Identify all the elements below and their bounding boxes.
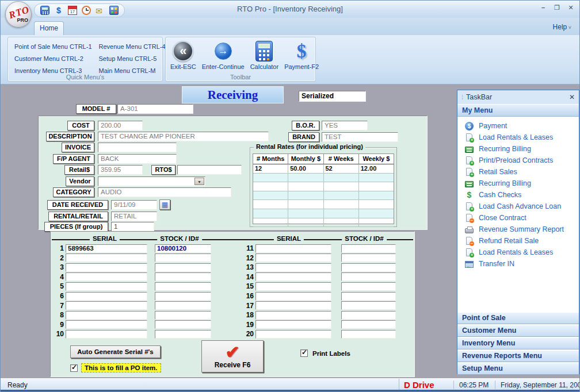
serial-input[interactable]: 5899663	[66, 244, 147, 253]
close-icon[interactable]	[567, 4, 575, 11]
weeks-cell[interactable]	[324, 209, 359, 218]
menu-item[interactable]: Refund Retail Sale	[457, 235, 579, 247]
stock-id-input[interactable]	[341, 272, 396, 281]
weekly-cell[interactable]	[359, 191, 394, 201]
mail-icon[interactable]	[96, 6, 105, 15]
quick-menu-item[interactable]: Setup Menu CTRL-5	[96, 55, 169, 62]
section-header[interactable]: Point of Sale	[457, 312, 579, 324]
stock-id-input[interactable]	[155, 253, 211, 262]
rto-pro-logo[interactable]: RTO PRO	[5, 1, 32, 28]
clock-icon[interactable]	[82, 6, 91, 15]
serial-input[interactable]	[255, 301, 331, 310]
calendar-icon[interactable]	[159, 199, 170, 210]
drag-grip-icon[interactable]: ⁞	[461, 94, 463, 101]
stock-id-input[interactable]	[155, 301, 211, 310]
stock-id-input[interactable]: 10800120	[155, 244, 211, 253]
weekly-cell[interactable]	[359, 200, 394, 209]
stock-id-input[interactable]	[155, 272, 211, 281]
stock-id-input[interactable]	[155, 311, 211, 320]
weekly-cell[interactable]	[359, 209, 394, 218]
serial-input[interactable]	[255, 282, 331, 291]
weekly-cell[interactable]	[359, 182, 394, 191]
toolbar-button[interactable]: Exit-ESC	[167, 39, 199, 71]
serial-input[interactable]	[66, 282, 147, 291]
stock-id-input[interactable]	[341, 282, 396, 291]
weeks-cell[interactable]	[324, 191, 359, 201]
serial-input[interactable]	[66, 272, 147, 281]
quick-menu-item[interactable]: Point of Sale Menu CTRL-1	[12, 43, 95, 50]
rental-retail-input[interactable]: RETAIL	[111, 212, 157, 221]
section-header[interactable]: Inventory Menu	[457, 337, 579, 349]
serial-input[interactable]	[66, 311, 147, 320]
monthly-cell[interactable]	[288, 209, 323, 218]
invoice-input[interactable]	[98, 143, 177, 152]
payment-icon[interactable]	[54, 6, 63, 15]
menu-item[interactable]: Close Contract	[457, 212, 579, 224]
stock-id-input[interactable]	[341, 311, 396, 320]
fp-agent-input[interactable]: BACK	[98, 154, 177, 164]
menu-item[interactable]: Retail Sales	[457, 166, 579, 178]
serial-input[interactable]	[255, 253, 331, 262]
stock-id-input[interactable]	[341, 320, 396, 329]
menu-item[interactable]: Print/Preload Contracts	[457, 155, 579, 166]
menu-item[interactable]: Load Cash Advance Loan	[457, 201, 579, 212]
brand-input[interactable]: TEST	[322, 132, 398, 142]
menu-item[interactable]: Load Rentals & Leases	[457, 247, 579, 258]
months-cell[interactable]	[253, 209, 288, 218]
auto-generate-serials-button[interactable]: Auto Generate Serial #'s	[70, 345, 161, 358]
my-menu-header[interactable]: My Menu	[457, 104, 579, 117]
quick-menu-item[interactable]: Customer Menu CTRL-2	[12, 55, 95, 62]
serial-input[interactable]	[66, 292, 147, 301]
weekly-cell[interactable]	[359, 218, 394, 228]
calculator-icon[interactable]	[40, 6, 49, 15]
pieces-input[interactable]: 1	[111, 222, 154, 232]
receive-button[interactable]: ✔ Receive F6	[201, 340, 264, 372]
toolbar-button[interactable]: Payment-F2	[281, 39, 322, 71]
menu-item[interactable]: Revenue Summary Report	[457, 224, 579, 235]
stock-id-input[interactable]	[155, 292, 211, 301]
serial-input[interactable]	[255, 244, 331, 253]
stock-id-input[interactable]	[155, 320, 211, 329]
months-cell[interactable]	[253, 218, 288, 228]
serial-input[interactable]	[66, 263, 147, 272]
close-icon[interactable]	[569, 93, 575, 101]
minimize-icon[interactable]	[539, 4, 547, 11]
menu-item[interactable]: Recurring Billing	[457, 143, 579, 155]
stock-id-input[interactable]	[341, 253, 396, 262]
monthly-cell[interactable]	[288, 200, 323, 209]
quick-menu-item[interactable]: Main Menu CTRL-M	[96, 67, 169, 74]
section-header[interactable]: Revenue Reports Menu	[457, 350, 579, 362]
serial-input[interactable]	[255, 330, 331, 339]
stock-id-input[interactable]	[341, 292, 396, 301]
cost-input[interactable]: 200.00	[98, 121, 143, 130]
monthly-cell[interactable]	[288, 174, 323, 183]
section-header[interactable]: Setup Menu	[457, 363, 579, 375]
weekly-cell[interactable]	[359, 174, 394, 183]
months-cell[interactable]	[253, 182, 288, 191]
stock-id-input[interactable]	[155, 330, 211, 339]
app-window-icon[interactable]	[109, 6, 119, 15]
weeks-cell[interactable]: 52	[324, 164, 359, 174]
serial-input[interactable]	[255, 263, 331, 272]
serial-input[interactable]	[66, 301, 147, 310]
menu-item[interactable]: Cash Checks	[457, 189, 579, 201]
serial-input[interactable]	[66, 320, 147, 329]
weekly-cell[interactable]: 12.00	[359, 164, 394, 174]
print-labels-checkbox[interactable]	[300, 349, 308, 357]
retail-input[interactable]: 359.95	[98, 165, 143, 175]
months-cell[interactable]	[253, 191, 288, 201]
bor-input[interactable]: YES	[322, 121, 368, 130]
tab-home[interactable]: Home	[34, 21, 64, 35]
section-header[interactable]: Customer Menu	[457, 325, 579, 337]
model-input[interactable]: A-301	[117, 104, 193, 114]
quick-menu-item[interactable]: Inventory Menu CTRL-3	[12, 67, 95, 74]
stock-id-input[interactable]	[341, 244, 396, 253]
description-input[interactable]: TEST CHANGE AMP PIONEER	[98, 132, 269, 141]
vendor-dropdown[interactable]: ▼	[98, 176, 205, 186]
date-received-input[interactable]: 9/11/09	[111, 200, 157, 210]
maximize-icon[interactable]	[553, 4, 561, 11]
serial-input[interactable]	[255, 292, 331, 301]
serial-input[interactable]	[255, 311, 331, 320]
serial-input[interactable]	[255, 272, 331, 281]
months-cell[interactable]	[253, 174, 288, 183]
